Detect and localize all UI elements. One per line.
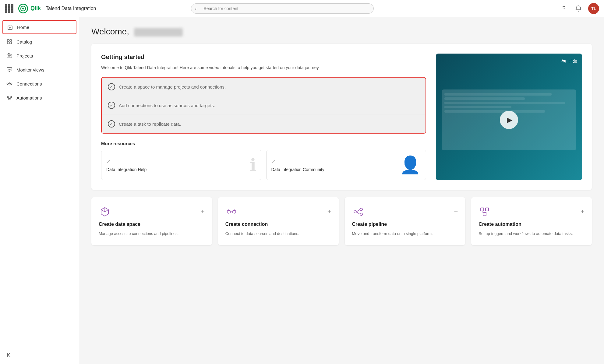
video-overlay bbox=[442, 89, 576, 150]
resource-card-community[interactable]: ↗ Data Integration Community 👤 bbox=[266, 150, 426, 180]
checklist-label-1: Create a space to manage projects and co… bbox=[119, 84, 226, 89]
getting-started-description: Welcome to Qlik Talend Data Integration!… bbox=[101, 64, 426, 71]
main-content: Welcome, Getting started Welcome to Qlik… bbox=[79, 17, 604, 364]
sidebar-collapse-button[interactable] bbox=[0, 348, 79, 362]
create-data-space-plus: + bbox=[201, 208, 205, 216]
create-connection-header: + bbox=[225, 206, 331, 218]
checklist-item-2[interactable]: ✓ Add connections to use as sources and … bbox=[102, 96, 426, 115]
automation-icon bbox=[479, 206, 491, 218]
sidebar-automations-label: Automations bbox=[16, 95, 42, 100]
check-icon-2: ✓ bbox=[108, 102, 115, 109]
create-pipeline-title: Create pipeline bbox=[352, 222, 458, 227]
connections-icon bbox=[6, 80, 13, 87]
svg-rect-6 bbox=[7, 54, 12, 58]
svg-rect-18 bbox=[227, 211, 230, 213]
getting-started-card: Getting started Welcome to Qlik Talend D… bbox=[91, 44, 592, 190]
sidebar-item-projects[interactable]: Projects bbox=[0, 49, 79, 63]
resource-card-community-left: ↗ Data Integration Community bbox=[271, 158, 324, 172]
page-title: Welcome, bbox=[91, 27, 592, 37]
svg-rect-19 bbox=[233, 211, 236, 213]
video-hide-label: Hide bbox=[568, 59, 577, 64]
resource-community-label: Data Integration Community bbox=[271, 167, 324, 172]
sidebar-item-home[interactable]: Home bbox=[2, 20, 76, 34]
svg-rect-25 bbox=[483, 213, 486, 216]
sidebar-item-monitor-views[interactable]: Monitor views bbox=[0, 63, 79, 77]
getting-started-checklist: ✓ Create a space to manage projects and … bbox=[101, 77, 426, 134]
search-input[interactable] bbox=[191, 3, 374, 14]
svg-rect-14 bbox=[9, 99, 10, 100]
create-pipeline-header: + bbox=[352, 206, 458, 218]
info-bg-icon: ℹ bbox=[250, 155, 256, 175]
qlik-brand-name: Qlik bbox=[30, 5, 41, 12]
pipeline-icon bbox=[352, 206, 364, 218]
create-pipeline-card[interactable]: + Create pipeline Move and transform dat… bbox=[345, 197, 465, 245]
resource-help-label: Data Integration Help bbox=[106, 167, 147, 172]
action-cards-row: + Create data space Manage access to con… bbox=[91, 197, 592, 245]
video-thumbnail-area: ▶ bbox=[436, 54, 582, 180]
sidebar: Home Catalog P bbox=[0, 17, 79, 364]
video-hide-button[interactable]: Hide bbox=[561, 58, 577, 64]
svg-rect-12 bbox=[7, 96, 9, 98]
sidebar-item-catalog[interactable]: Catalog bbox=[0, 35, 79, 49]
checklist-label-2: Add connections to use as sources and ta… bbox=[119, 103, 215, 108]
check-icon-3: ✓ bbox=[108, 120, 115, 128]
notifications-icon-button[interactable] bbox=[574, 4, 583, 13]
qlik-logo-circle bbox=[18, 4, 28, 13]
checklist-label-3: Create a task to replicate data. bbox=[119, 121, 181, 127]
search-icon: ⌕ bbox=[195, 6, 198, 11]
svg-rect-4 bbox=[7, 42, 9, 44]
checklist-item-1[interactable]: ✓ Create a space to manage projects and … bbox=[102, 78, 426, 96]
app-title: Talend Data Integration bbox=[46, 6, 96, 11]
sidebar-home-label: Home bbox=[17, 25, 29, 30]
top-navigation: Qlik Talend Data Integration ⌕ ? TL bbox=[0, 0, 604, 17]
checklist-item-3[interactable]: ✓ Create a task to replicate data. bbox=[102, 115, 426, 133]
resource-cards: ↗ Data Integration Help ℹ ↗ Data Integra… bbox=[101, 150, 426, 180]
search-container: ⌕ bbox=[191, 3, 374, 14]
create-data-space-desc: Manage access to connections and pipelin… bbox=[99, 231, 205, 237]
svg-point-22 bbox=[360, 213, 362, 215]
svg-point-10 bbox=[7, 83, 9, 85]
create-pipeline-plus: + bbox=[454, 208, 458, 216]
sidebar-projects-label: Projects bbox=[16, 53, 33, 58]
svg-point-21 bbox=[360, 208, 362, 211]
svg-point-20 bbox=[354, 211, 356, 213]
automations-icon bbox=[6, 94, 13, 101]
home-icon bbox=[7, 24, 13, 30]
getting-started-title: Getting started bbox=[101, 54, 426, 61]
resource-card-help[interactable]: ↗ Data Integration Help ℹ bbox=[101, 150, 261, 180]
check-icon-1: ✓ bbox=[108, 83, 115, 90]
create-connection-desc: Connect to data sources and destinations… bbox=[225, 231, 331, 237]
svg-rect-24 bbox=[486, 208, 489, 211]
create-automation-header: + bbox=[479, 206, 585, 218]
external-link-icon-community: ↗ bbox=[271, 158, 324, 165]
svg-line-17 bbox=[562, 59, 566, 63]
sidebar-item-automations[interactable]: Automations bbox=[0, 91, 79, 105]
svg-point-11 bbox=[11, 83, 12, 85]
svg-point-1 bbox=[22, 8, 24, 9]
video-content: ▶ bbox=[442, 89, 576, 150]
create-data-space-title: Create data space bbox=[99, 222, 205, 227]
sidebar-connections-label: Connections bbox=[16, 81, 42, 86]
create-data-space-header: + bbox=[99, 206, 205, 218]
grid-menu-icon[interactable] bbox=[5, 4, 13, 13]
more-resources-title: More resources bbox=[101, 141, 426, 146]
getting-started-video-panel: Hide ▶ bbox=[436, 54, 582, 180]
username-blurred bbox=[134, 28, 183, 37]
create-automation-desc: Set up triggers and workflows to automat… bbox=[479, 231, 585, 237]
create-data-space-card[interactable]: + Create data space Manage access to con… bbox=[91, 197, 212, 245]
svg-rect-23 bbox=[481, 208, 484, 211]
projects-icon bbox=[6, 52, 13, 59]
create-connection-title: Create connection bbox=[225, 222, 331, 227]
qlik-logo[interactable]: Qlik bbox=[18, 4, 41, 13]
svg-rect-2 bbox=[7, 40, 9, 41]
catalog-icon bbox=[6, 38, 13, 45]
create-automation-card[interactable]: + Create automation Set up triggers and … bbox=[471, 197, 592, 245]
connection-icon bbox=[225, 206, 238, 218]
user-avatar[interactable]: TL bbox=[588, 3, 599, 14]
create-connection-plus: + bbox=[327, 208, 331, 216]
help-icon-button[interactable]: ? bbox=[559, 4, 569, 13]
create-connection-card[interactable]: + Create connection Connect to data sour… bbox=[218, 197, 339, 245]
person-bg-icon: 👤 bbox=[400, 155, 421, 175]
sidebar-item-connections[interactable]: Connections bbox=[0, 77, 79, 91]
nav-right-actions: ? TL bbox=[559, 3, 599, 14]
